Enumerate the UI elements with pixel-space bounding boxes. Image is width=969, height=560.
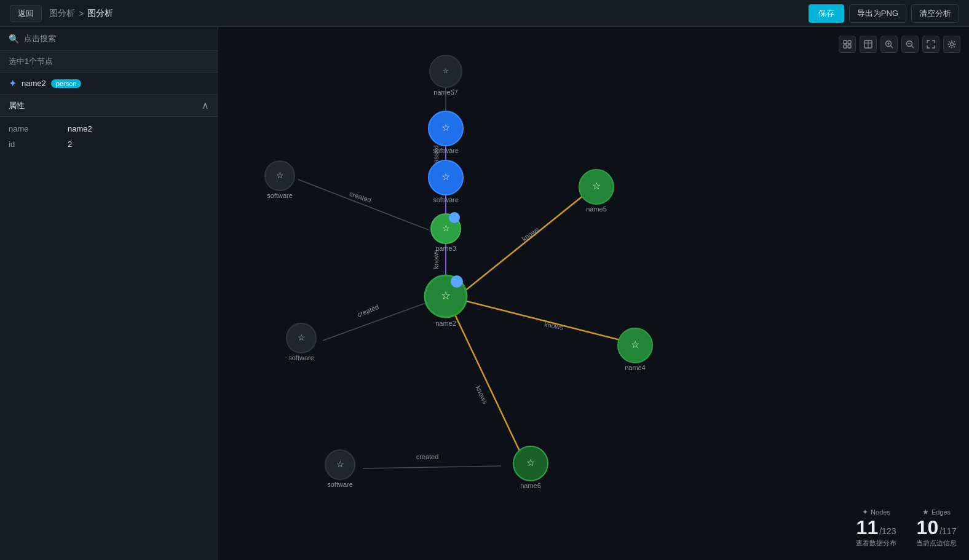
attributes-table: name name2 id 2: [0, 117, 218, 162]
svg-text:☆: ☆: [336, 459, 344, 469]
selected-section-label: 选中1个节点: [0, 51, 218, 73]
nodes-count-row: 11 /123: [856, 518, 896, 537]
node-name-label: name2: [22, 79, 46, 88]
nodes-count: 11: [856, 518, 879, 537]
svg-text:software: software: [327, 481, 353, 488]
svg-text:software: software: [267, 192, 293, 199]
graph-svg: passed knows knows knows knows created c…: [218, 27, 969, 560]
node-software-top[interactable]: ☆ software: [429, 111, 463, 154]
svg-text:☆: ☆: [441, 122, 450, 133]
nodes-sub-label[interactable]: 查看数据分布: [856, 538, 896, 548]
svg-text:software: software: [288, 354, 314, 361]
graph-toolbar: [839, 36, 960, 53]
svg-rect-1: [848, 41, 851, 44]
edges-label: Edges: [931, 508, 951, 516]
svg-text:software: software: [433, 147, 459, 154]
svg-text:☆: ☆: [592, 181, 601, 191]
back-button[interactable]: 返回: [10, 5, 42, 22]
attr-row-id: id 2: [9, 140, 209, 149]
node-software-mid[interactable]: ☆ software: [429, 160, 463, 203]
node-name6[interactable]: ☆ name6: [513, 446, 548, 489]
edges-sub-label[interactable]: 当前点边信息: [916, 538, 957, 548]
nodes-total: /123: [879, 526, 896, 536]
breadcrumb: 图分析 > 图分析: [49, 8, 113, 19]
zoom-in-icon[interactable]: [880, 36, 898, 53]
edge-label-knows-3: knows: [544, 320, 564, 331]
sidebar: 🔍 点击搜索 选中1个节点 ✦ name2 person 属性 ∧ name n…: [0, 27, 218, 560]
nodes-stat[interactable]: ✦ Nodes 11 /123 查看数据分布: [856, 508, 896, 548]
edge-left1-name3: [298, 179, 429, 230]
table-icon[interactable]: [860, 36, 877, 53]
attr-val-id: 2: [68, 140, 72, 149]
node-software-left1[interactable]: ☆ software: [265, 161, 295, 199]
header: 返回 图分析 > 图分析 保存 导出为PNG 清空分析: [0, 0, 969, 27]
node-name3[interactable]: ☆ 5 name3: [431, 212, 461, 252]
edges-count: 10: [917, 518, 939, 537]
svg-text:☆: ☆: [298, 333, 306, 342]
node-name57[interactable]: ☆ name57: [430, 55, 462, 96]
svg-text:name5: name5: [586, 205, 607, 213]
edge-label-created-3: created: [416, 453, 439, 460]
svg-text:name57: name57: [433, 89, 458, 96]
edge-label-created-1: created: [349, 190, 373, 204]
svg-rect-3: [848, 45, 851, 48]
main-layout: 🔍 点击搜索 选中1个节点 ✦ name2 person 属性 ∧ name n…: [0, 27, 969, 560]
node-name2[interactable]: ☆ 7 name2: [425, 275, 467, 327]
nodes-label: Nodes: [871, 508, 890, 516]
search-placeholder: 点击搜索: [24, 33, 56, 44]
edge-label-knows-1: knows: [432, 250, 440, 269]
edges-count-row: 10 /117: [917, 518, 957, 537]
edges-stat-header: ★ Edges: [922, 508, 951, 516]
save-button[interactable]: 保存: [809, 4, 844, 23]
svg-text:☆: ☆: [631, 339, 639, 350]
svg-text:name2: name2: [435, 320, 456, 327]
edges-icon: ★: [922, 508, 929, 516]
attr-val-name: name2: [68, 124, 92, 133]
svg-text:7: 7: [455, 278, 459, 285]
header-right: 保存 导出为PNG 清空分析: [809, 4, 959, 23]
node-software-left2[interactable]: ☆ software: [287, 323, 316, 361]
attr-key-name: name: [9, 124, 58, 133]
layout-icon[interactable]: [839, 36, 856, 53]
node-item[interactable]: ✦ name2 person: [0, 73, 218, 95]
svg-line-8: [891, 46, 893, 49]
edge-label-knows-2: knows: [520, 226, 540, 243]
svg-text:software: software: [433, 196, 459, 203]
svg-text:☆: ☆: [443, 67, 449, 74]
svg-text:☆: ☆: [441, 290, 451, 302]
node-name5[interactable]: ☆ name5: [579, 170, 614, 213]
svg-text:name4: name4: [625, 364, 646, 371]
svg-rect-0: [844, 41, 847, 44]
attributes-header: 属性 ∧: [0, 95, 218, 117]
edge-left3-name6: [363, 466, 501, 468]
svg-text:☆: ☆: [276, 170, 284, 180]
clear-button[interactable]: 清空分析: [911, 4, 959, 23]
svg-line-12: [912, 46, 914, 49]
node-name4[interactable]: ☆ name4: [618, 328, 652, 371]
node-dot-icon: ✦: [9, 77, 17, 89]
breadcrumb-parent: 图分析: [49, 8, 75, 19]
export-button[interactable]: 导出为PNG: [849, 4, 906, 23]
zoom-out-icon[interactable]: [901, 36, 919, 53]
node-software-left3[interactable]: ☆ software: [325, 450, 355, 488]
settings-icon[interactable]: [943, 36, 960, 53]
edges-total: /117: [939, 526, 956, 536]
svg-point-14: [951, 43, 954, 46]
nodes-icon: ✦: [862, 508, 868, 516]
edges-stat[interactable]: ★ Edges 10 /117 当前点边信息: [916, 508, 957, 548]
node-type-badge: person: [51, 79, 82, 88]
graph-area[interactable]: passed knows knows knows knows created c…: [218, 27, 969, 560]
search-bar[interactable]: 🔍 点击搜索: [0, 27, 218, 51]
stats-panel: ✦ Nodes 11 /123 查看数据分布 ★ Edges 10 /117: [856, 508, 957, 548]
svg-text:☆: ☆: [442, 223, 450, 233]
search-icon: 🔍: [9, 34, 19, 44]
svg-text:☆: ☆: [526, 457, 535, 468]
fullscreen-icon[interactable]: [922, 36, 939, 53]
edge-label-created-2: created: [356, 303, 380, 318]
svg-rect-2: [844, 45, 847, 48]
attr-key-id: id: [9, 140, 58, 149]
attributes-toggle-icon[interactable]: ∧: [202, 100, 209, 111]
edge-label-knows-4: knows: [475, 385, 489, 406]
svg-text:5: 5: [453, 214, 456, 221]
header-left: 返回 图分析 > 图分析: [10, 5, 113, 22]
